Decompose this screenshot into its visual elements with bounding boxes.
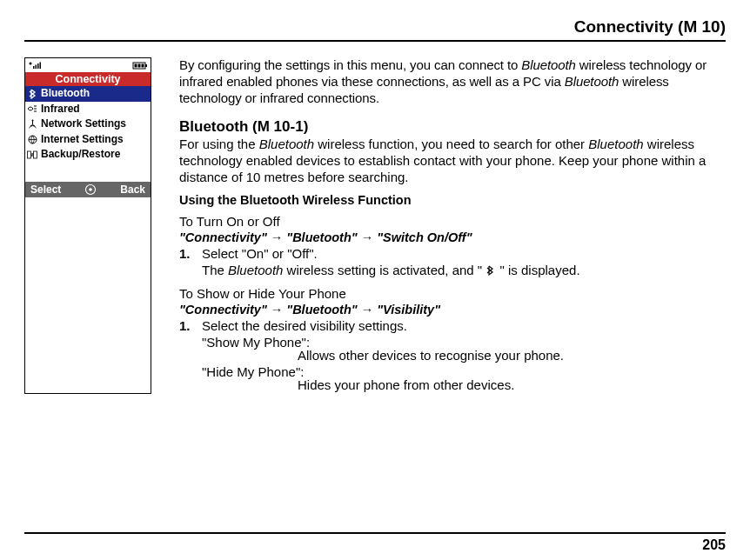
heading-bluetooth: Bluetooth (M 10-1): [179, 118, 726, 136]
svg-rect-6: [145, 64, 147, 67]
nav-path: "Connectivity"→"Bluetooth"→"Visibility": [179, 303, 726, 317]
arrow-icon: →: [361, 230, 374, 244]
arrow-icon: →: [271, 230, 284, 244]
svg-rect-12: [28, 151, 31, 158]
svg-rect-7: [135, 63, 137, 67]
menu-item-internet: Internet Settings: [25, 132, 151, 148]
step-text: Select "On" or "Off".: [202, 246, 726, 261]
step-number: 1.: [179, 318, 193, 333]
menu-label: Bluetooth: [41, 87, 90, 101]
page: Connectivity (M 10): [0, 0, 750, 394]
step-text: Select the desired visibility settings.: [202, 318, 726, 333]
menu-label: Network Settings: [41, 117, 126, 131]
body-column: By configuring the settings in this menu…: [179, 57, 726, 394]
svg-point-10: [31, 120, 33, 122]
section-title: Connectivity: [574, 17, 673, 36]
sub-on-off: To Turn On or Off: [179, 214, 726, 229]
svg-point-15: [90, 188, 93, 191]
bluetooth-icon: [485, 263, 496, 280]
bluetooth-word: Bluetooth: [521, 57, 575, 72]
menu-label: Infrared: [41, 103, 80, 117]
bluetooth-desc: For using the Bluetooth wireless functio…: [179, 137, 726, 185]
menu-label: Internet Settings: [41, 133, 124, 147]
bluetooth-word: Bluetooth: [565, 74, 619, 89]
battery-icon: [132, 62, 148, 70]
step-2: 1. Select the desired visibility setting…: [179, 318, 726, 333]
phone-illustration: Connectivity Bluetooth Infrared: [24, 57, 151, 394]
option-hide-desc: Hides your phone from other devices.: [298, 377, 726, 392]
svg-rect-8: [138, 63, 141, 67]
menu-item-backup: Backup/Restore: [25, 147, 151, 163]
svg-rect-2: [36, 65, 37, 70]
phone-screen-title: Connectivity: [25, 72, 151, 86]
step-number: 1.: [179, 246, 193, 261]
option-show-desc: Allows other devices to recognise your p…: [298, 348, 726, 363]
visibility-options: "Show My Phone": Allows other devices to…: [202, 335, 726, 392]
infrared-icon: [27, 103, 37, 114]
status-bar: [25, 58, 151, 72]
subheading-using: Using the Bluetooth Wireless Function: [179, 193, 726, 207]
running-header: Connectivity (M 10): [24, 17, 726, 37]
softkey-right: Back: [120, 183, 145, 196]
svg-rect-9: [142, 63, 144, 67]
network-icon: [27, 119, 37, 130]
menu-label: Backup/Restore: [41, 148, 120, 162]
menu-item-infrared: Infrared: [25, 102, 151, 117]
rule-bottom: [24, 532, 726, 534]
svg-rect-4: [40, 63, 42, 70]
arrow-icon: →: [271, 303, 284, 317]
softkey-left: Select: [30, 183, 61, 196]
svg-point-0: [30, 63, 32, 65]
menu-item-bluetooth: Bluetooth: [25, 86, 151, 102]
svg-rect-13: [34, 151, 37, 158]
sub-visibility: To Show or Hide Your Phone: [179, 286, 726, 301]
step-note: The Bluetooth wireless setting is activa…: [202, 262, 726, 280]
menu-code: (M 10-1): [252, 118, 308, 135]
bluetooth-icon: [27, 89, 37, 99]
phone-menu: Bluetooth Infrared Network Settings: [25, 86, 151, 182]
softkey-bar: Select Back: [25, 182, 151, 197]
page-number: 205: [702, 537, 726, 553]
step-1: 1. Select "On" or "Off".: [179, 246, 726, 261]
arrow-icon: →: [361, 303, 374, 317]
intro-paragraph: By configuring the settings in this menu…: [179, 57, 726, 106]
nav-ring-icon: [84, 183, 97, 196]
backup-icon: [27, 150, 37, 160]
content-row: Connectivity Bluetooth Infrared: [24, 57, 726, 394]
svg-rect-1: [33, 66, 35, 69]
nav-path: "Connectivity"→"Bluetooth"→"Switch On/Of…: [179, 230, 726, 244]
svg-rect-3: [37, 63, 39, 69]
signal-icon: [28, 61, 45, 70]
globe-icon: [27, 135, 37, 145]
menu-item-network: Network Settings: [25, 117, 151, 132]
rule-top: [24, 40, 726, 42]
menu-code: (M 10): [678, 17, 726, 36]
